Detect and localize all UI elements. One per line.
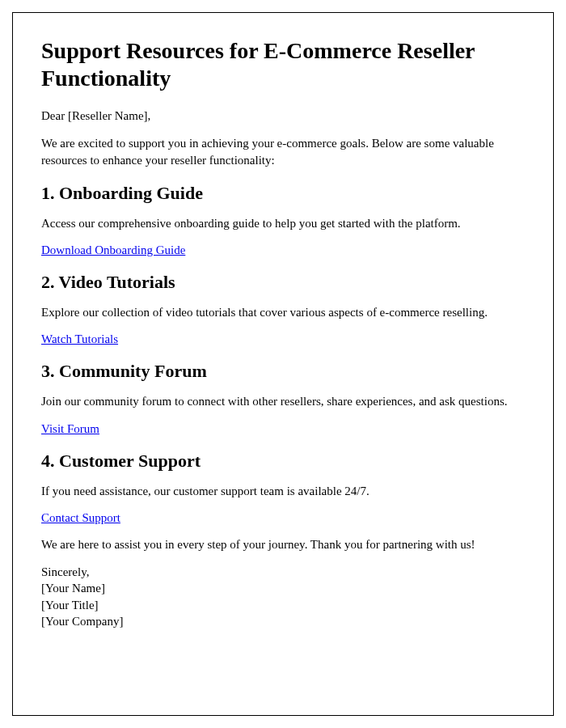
- signoff-title: [Your Title]: [41, 597, 525, 613]
- section-heading-support: 4. Customer Support: [41, 451, 525, 472]
- section-body-support: If you need assistance, our customer sup…: [41, 483, 525, 499]
- greeting: Dear [Reseller Name],: [41, 108, 525, 124]
- onboarding-guide-link[interactable]: Download Onboarding Guide: [41, 243, 185, 256]
- section-body-onboarding: Access our comprehensive onboarding guid…: [41, 215, 525, 231]
- signoff-company: [Your Company]: [41, 613, 525, 629]
- section-heading-onboarding: 1. Onboarding Guide: [41, 183, 525, 204]
- contact-support-link[interactable]: Contact Support: [41, 511, 120, 524]
- document-page: Support Resources for E-Commerce Reselle…: [12, 12, 554, 716]
- watch-tutorials-link[interactable]: Watch Tutorials: [41, 332, 118, 345]
- section-body-forum: Join our community forum to connect with…: [41, 393, 525, 409]
- signoff-name: [Your Name]: [41, 580, 525, 596]
- signature-block: Sincerely, [Your Name] [Your Title] [You…: [41, 564, 525, 629]
- intro-paragraph: We are excited to support you in achievi…: [41, 135, 525, 168]
- section-heading-forum: 3. Community Forum: [41, 361, 525, 382]
- section-body-tutorials: Explore our collection of video tutorial…: [41, 304, 525, 320]
- page-title: Support Resources for E-Commerce Reselle…: [41, 37, 525, 91]
- signoff-line: Sincerely,: [41, 564, 525, 580]
- section-heading-tutorials: 2. Video Tutorials: [41, 272, 525, 293]
- closing-paragraph: We are here to assist you in every step …: [41, 536, 525, 552]
- visit-forum-link[interactable]: Visit Forum: [41, 422, 99, 435]
